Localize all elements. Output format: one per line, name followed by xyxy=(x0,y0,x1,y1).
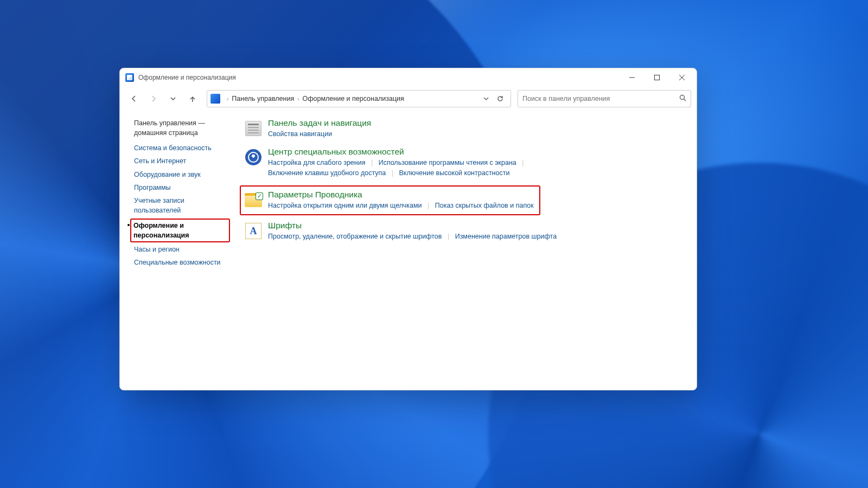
navbar: › Панель управления › Оформление и персо… xyxy=(120,87,697,111)
link-nav-properties[interactable]: Свойства навигации xyxy=(268,130,332,138)
category-taskbar: Панель задач и навигация Свойства навига… xyxy=(244,118,686,139)
link-hidden-files[interactable]: Показ скрытых файлов и папок xyxy=(435,202,534,209)
sidebar-item-hardware[interactable]: Оборудование и звук xyxy=(134,170,229,179)
svg-point-5 xyxy=(680,95,685,100)
close-button[interactable] xyxy=(669,69,694,86)
link-easy-keys[interactable]: Включение клавиш удобного доступа xyxy=(268,169,386,177)
link-font-settings[interactable]: Изменение параметров шрифта xyxy=(455,233,557,240)
address-bar[interactable]: › Панель управления › Оформление и персо… xyxy=(207,90,511,107)
content: Панель задач и навигация Свойства навига… xyxy=(229,118,686,379)
titlebar: Оформление и персонализация xyxy=(120,68,697,87)
taskbar-icon xyxy=(244,119,263,138)
accessibility-icon xyxy=(244,148,263,166)
app-icon xyxy=(125,73,134,82)
sidebar-item-accounts[interactable]: Учетные записи пользователей xyxy=(134,196,229,215)
sidebar-item-access[interactable]: Специальные возможности xyxy=(134,258,229,267)
search-icon xyxy=(679,94,686,103)
recent-locations-button[interactable] xyxy=(164,90,182,107)
folder-options-icon xyxy=(244,191,263,209)
control-panel-icon xyxy=(210,94,220,104)
sidebar-item-network[interactable]: Сеть и Интернет xyxy=(134,156,229,166)
sidebar-home[interactable]: Панель управления — домашняя страница xyxy=(134,118,229,138)
link-view-fonts[interactable]: Просмотр, удаление, отображение и скрыти… xyxy=(268,233,442,240)
forward-button[interactable] xyxy=(145,90,162,107)
sidebar: Панель управления — домашняя страница Си… xyxy=(134,118,229,379)
maximize-button[interactable] xyxy=(644,69,669,86)
svg-rect-1 xyxy=(655,75,660,80)
sidebar-item-programs[interactable]: Программы xyxy=(134,183,229,192)
window-title: Оформление и персонализация xyxy=(138,74,236,81)
category-access: Центр специальных возможностей Настройка… xyxy=(244,147,686,178)
refresh-button[interactable] xyxy=(493,95,507,102)
sidebar-item-appearance[interactable]: Оформление и персонализация xyxy=(133,221,227,240)
link-high-contrast[interactable]: Включение высокой контрастности xyxy=(399,169,509,177)
link-low-vision[interactable]: Настройка для слабого зрения xyxy=(268,159,365,166)
annotation-highlight-sidebar: Оформление и персонализация xyxy=(130,219,230,242)
up-button[interactable] xyxy=(184,90,201,107)
search-input[interactable] xyxy=(522,95,679,102)
breadcrumb-sep: › xyxy=(227,96,228,102)
back-button[interactable] xyxy=(125,90,143,107)
category-explorer: Параметры Проводника Настройка открытия … xyxy=(244,190,534,211)
category-title-taskbar[interactable]: Панель задач и навигация xyxy=(268,118,686,128)
category-title-explorer[interactable]: Параметры Проводника xyxy=(268,190,534,200)
sidebar-item-system[interactable]: Система и безопасность xyxy=(134,143,229,153)
breadcrumb-sep: › xyxy=(297,96,299,102)
annotation-highlight-main: Параметры Проводника Настройка открытия … xyxy=(240,185,540,215)
breadcrumb-current[interactable]: Оформление и персонализация xyxy=(303,95,404,102)
link-screen-reader[interactable]: Использование программы чтения с экрана xyxy=(379,159,516,166)
category-fonts: A Шрифты Просмотр, удаление, отображение… xyxy=(244,221,686,242)
control-panel-window: Оформление и персонализация › Панель упр… xyxy=(119,68,697,390)
fonts-icon: A xyxy=(244,222,263,240)
sidebar-item-clock[interactable]: Часы и регион xyxy=(134,245,229,254)
category-title-access[interactable]: Центр специальных возможностей xyxy=(268,147,686,157)
search-box[interactable] xyxy=(518,90,691,107)
breadcrumb-root[interactable]: Панель управления xyxy=(232,95,294,102)
address-dropdown-button[interactable] xyxy=(479,95,493,102)
link-click-setup[interactable]: Настройка открытия одним или двумя щелчк… xyxy=(268,202,422,209)
category-title-fonts[interactable]: Шрифты xyxy=(268,221,686,230)
svg-line-6 xyxy=(684,99,686,101)
body: Панель управления — домашняя страница Си… xyxy=(120,111,697,390)
minimize-button[interactable] xyxy=(620,69,644,86)
active-bullet-icon xyxy=(127,224,130,226)
